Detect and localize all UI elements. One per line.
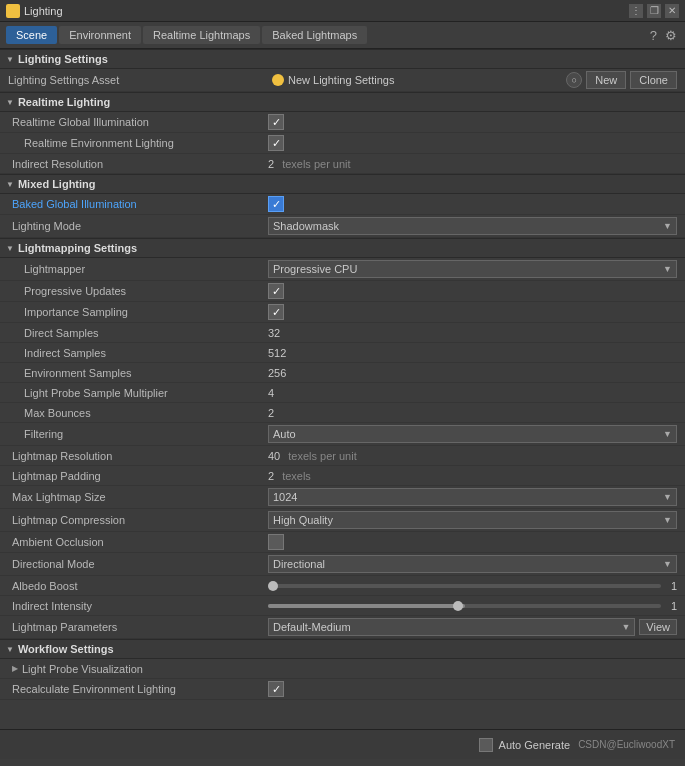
importance-sampling-label: Importance Sampling [8, 306, 268, 318]
lightmap-compression-value: High Quality ▼ [268, 511, 677, 529]
tab-scene[interactable]: Scene [6, 26, 57, 44]
directional-mode-dropdown[interactable]: Directional ▼ [268, 555, 677, 573]
albedo-boost-track[interactable] [268, 584, 661, 588]
max-lightmap-size-dropdown[interactable]: 1024 ▼ [268, 488, 677, 506]
lighting-settings-header[interactable]: ▼ Lighting Settings [0, 49, 685, 69]
realtime-lighting-title: Realtime Lighting [18, 96, 110, 108]
recalculate-env-lighting-row: Recalculate Environment Lighting [0, 679, 685, 700]
asset-pick-btn[interactable]: ○ [566, 72, 582, 88]
workflow-settings-header[interactable]: ▼ Workflow Settings [0, 639, 685, 659]
lightmapping-arrow: ▼ [6, 244, 14, 253]
lighting-settings-arrow: ▼ [6, 55, 14, 64]
indirect-samples-text: 512 [268, 347, 286, 359]
light-probe-multiplier-label: Light Probe Sample Multiplier [8, 387, 268, 399]
lightmapper-value: Progressive CPU ▼ [268, 260, 677, 278]
lightmap-padding-label: Lightmap Padding [8, 470, 268, 482]
filtering-text: Auto [273, 428, 296, 440]
filtering-arrow-icon: ▼ [663, 429, 672, 439]
tab-baked-lightmaps[interactable]: Baked Lightmaps [262, 26, 367, 44]
recalculate-env-checkbox[interactable] [268, 681, 284, 697]
new-button[interactable]: New [586, 71, 626, 89]
directional-mode-value: Directional ▼ [268, 555, 677, 573]
environment-samples-row: Environment Samples 256 [0, 363, 685, 383]
tab-environment[interactable]: Environment [59, 26, 141, 44]
mixed-lighting-title: Mixed Lighting [18, 178, 96, 190]
progressive-updates-value [268, 283, 677, 299]
auto-generate-label: Auto Generate [499, 739, 571, 751]
light-probe-visualization-row: ▶ Light Probe Visualization [0, 659, 685, 679]
light-probe-visualization-label[interactable]: ▶ Light Probe Visualization [8, 663, 268, 675]
ambient-occlusion-checkbox[interactable] [268, 534, 284, 550]
lightmap-padding-row: Lightmap Padding 2 texels [0, 466, 685, 486]
baked-gi-label[interactable]: Baked Global Illumination [8, 198, 268, 210]
max-lightmap-size-arrow-icon: ▼ [663, 492, 672, 502]
environment-samples-value: 256 [268, 367, 677, 379]
filtering-dropdown[interactable]: Auto ▼ [268, 425, 677, 443]
lightmapper-text: Progressive CPU [273, 263, 357, 275]
light-probe-visualization-text: Light Probe Visualization [22, 663, 143, 675]
menu-btn[interactable]: ⋮ [629, 4, 643, 18]
lightmap-parameters-dropdown[interactable]: Default-Medium ▼ [268, 618, 635, 636]
settings-icon[interactable]: ⚙ [663, 28, 679, 43]
indirect-resolution-label: Indirect Resolution [8, 158, 268, 170]
indirect-intensity-number: 1 [665, 600, 677, 612]
max-lightmap-size-value: 1024 ▼ [268, 488, 677, 506]
indirect-intensity-row: Indirect Intensity 1 [0, 596, 685, 616]
light-probe-collapse-icon: ▶ [12, 664, 18, 673]
direct-samples-label: Direct Samples [8, 327, 268, 339]
progressive-updates-checkbox[interactable] [268, 283, 284, 299]
direct-samples-row: Direct Samples 32 [0, 323, 685, 343]
lightmapping-settings-header[interactable]: ▼ Lightmapping Settings [0, 238, 685, 258]
environment-samples-label: Environment Samples [8, 367, 268, 379]
clone-button[interactable]: Clone [630, 71, 677, 89]
directional-mode-row: Directional Mode Directional ▼ [0, 553, 685, 576]
lighting-mode-arrow-icon: ▼ [663, 221, 672, 231]
auto-generate-wrap: Auto Generate [479, 738, 571, 752]
albedo-boost-slider-wrap: 1 [268, 580, 677, 592]
realtime-lighting-arrow: ▼ [6, 98, 14, 107]
directional-mode-label: Directional Mode [8, 558, 268, 570]
realtime-gi-label: Realtime Global Illumination [8, 116, 268, 128]
baked-gi-row: Baked Global Illumination [0, 194, 685, 215]
lightmap-parameters-label: Lightmap Parameters [8, 621, 268, 633]
lightmapper-arrow-icon: ▼ [663, 264, 672, 274]
workflow-settings-arrow: ▼ [6, 645, 14, 654]
indirect-intensity-label: Indirect Intensity [8, 600, 268, 612]
realtime-env-checkbox[interactable] [268, 135, 284, 151]
indirect-intensity-slider-wrap: 1 [268, 600, 677, 612]
light-probe-multiplier-value: 4 [268, 387, 677, 399]
realtime-global-illumination-row: Realtime Global Illumination [0, 112, 685, 133]
albedo-boost-thumb[interactable] [268, 581, 278, 591]
asset-label: Lighting Settings Asset [8, 74, 268, 86]
lightmap-compression-row: Lightmap Compression High Quality ▼ [0, 509, 685, 532]
lighting-mode-label: Lighting Mode [8, 220, 268, 232]
ambient-occlusion-label: Ambient Occlusion [8, 536, 268, 548]
auto-generate-checkbox[interactable] [479, 738, 493, 752]
asset-value: New Lighting Settings [272, 74, 562, 86]
lightmapper-dropdown[interactable]: Progressive CPU ▼ [268, 260, 677, 278]
mixed-lighting-header[interactable]: ▼ Mixed Lighting [0, 174, 685, 194]
max-bounces-label: Max Bounces [8, 407, 268, 419]
tab-realtime-lightmaps[interactable]: Realtime Lightmaps [143, 26, 260, 44]
indirect-intensity-thumb[interactable] [453, 601, 463, 611]
lightmap-compression-label: Lightmap Compression [8, 514, 268, 526]
importance-sampling-checkbox[interactable] [268, 304, 284, 320]
indirect-samples-label: Indirect Samples [8, 347, 268, 359]
baked-gi-checkbox[interactable] [268, 196, 284, 212]
lightmap-parameters-view-button[interactable]: View [639, 619, 677, 635]
lightmap-compression-dropdown[interactable]: High Quality ▼ [268, 511, 677, 529]
filtering-value: Auto ▼ [268, 425, 677, 443]
close-btn[interactable]: ✕ [665, 4, 679, 18]
help-icon[interactable]: ? [648, 28, 659, 43]
maximize-btn[interactable]: ❐ [647, 4, 661, 18]
max-lightmap-size-row: Max Lightmap Size 1024 ▼ [0, 486, 685, 509]
realtime-gi-checkbox[interactable] [268, 114, 284, 130]
realtime-env-value [268, 135, 677, 151]
indirect-samples-row: Indirect Samples 512 [0, 343, 685, 363]
lightmap-parameters-text: Default-Medium [273, 621, 351, 633]
indirect-intensity-track[interactable] [268, 604, 661, 608]
lightmap-resolution-unit: texels per unit [284, 450, 356, 462]
indirect-resolution-row: Indirect Resolution 2 texels per unit [0, 154, 685, 174]
realtime-lighting-header[interactable]: ▼ Realtime Lighting [0, 92, 685, 112]
lighting-mode-dropdown[interactable]: Shadowmask ▼ [268, 217, 677, 235]
